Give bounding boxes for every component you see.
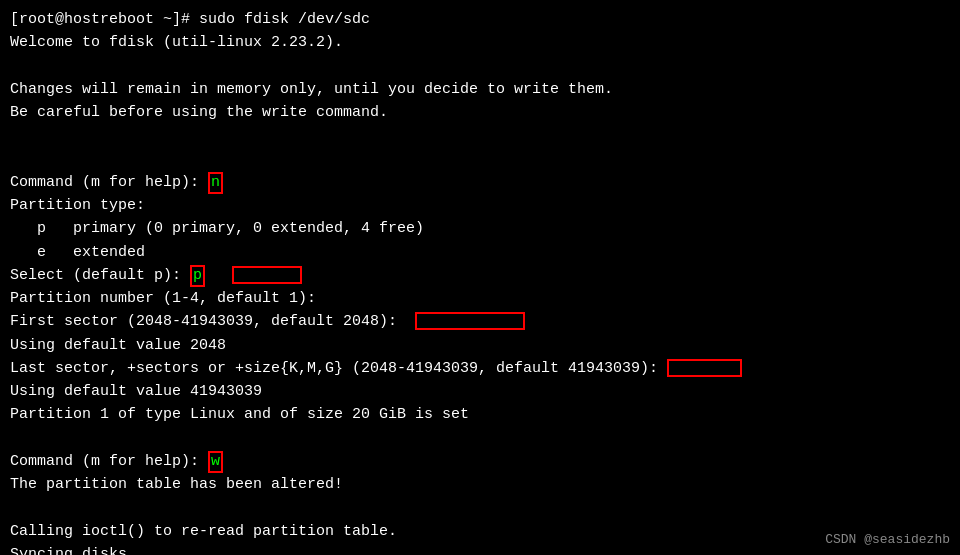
line-16: Last sector, +sectors or +size{K,M,G} (2… (10, 357, 950, 380)
terminal: [root@hostreboot ~]# sudo fdisk /dev/sdc… (0, 0, 960, 555)
line-6 (10, 124, 950, 147)
line-4: Changes will remain in memory only, unti… (10, 78, 950, 101)
line-17: Using default value 41943039 (10, 380, 950, 403)
watermark: CSDN @seasidezhb (825, 532, 950, 547)
line-1: [root@hostreboot ~]# sudo fdisk /dev/sdc (10, 8, 950, 31)
line-24: Syncing disks. (10, 543, 950, 555)
line-20: Command (m for help): w (10, 450, 950, 473)
cmd-n-highlight: n (208, 172, 223, 194)
line-18: Partition 1 of type Linux and of size 20… (10, 403, 950, 426)
line-14: First sector (2048-41943039, default 204… (10, 310, 950, 333)
line-2: Welcome to fdisk (util-linux 2.23.2). (10, 31, 950, 54)
line-10: p primary (0 primary, 0 extended, 4 free… (10, 217, 950, 240)
line-11: e extended (10, 241, 950, 264)
line-12: Select (default p): p (10, 264, 950, 287)
line-8: Command (m for help): n (10, 171, 950, 194)
prompt-1: [root@hostreboot ~]# sudo fdisk /dev/sdc (10, 11, 370, 28)
select-p-highlight: p (190, 265, 205, 287)
partition-number-input[interactable] (232, 266, 302, 284)
line-5: Be careful before using the write comman… (10, 101, 950, 124)
line-13: Partition number (1-4, default 1): (10, 287, 950, 310)
line-23: Calling ioctl() to re-read partition tab… (10, 520, 950, 543)
line-9: Partition type: (10, 194, 950, 217)
last-sector-input[interactable] (667, 359, 742, 377)
line-15: Using default value 2048 (10, 334, 950, 357)
line-21: The partition table has been altered! (10, 473, 950, 496)
line-3 (10, 55, 950, 78)
line-19 (10, 427, 950, 450)
line-22 (10, 496, 950, 519)
line-7 (10, 148, 950, 171)
first-sector-input[interactable] (415, 312, 525, 330)
cmd-w-highlight: w (208, 451, 223, 473)
